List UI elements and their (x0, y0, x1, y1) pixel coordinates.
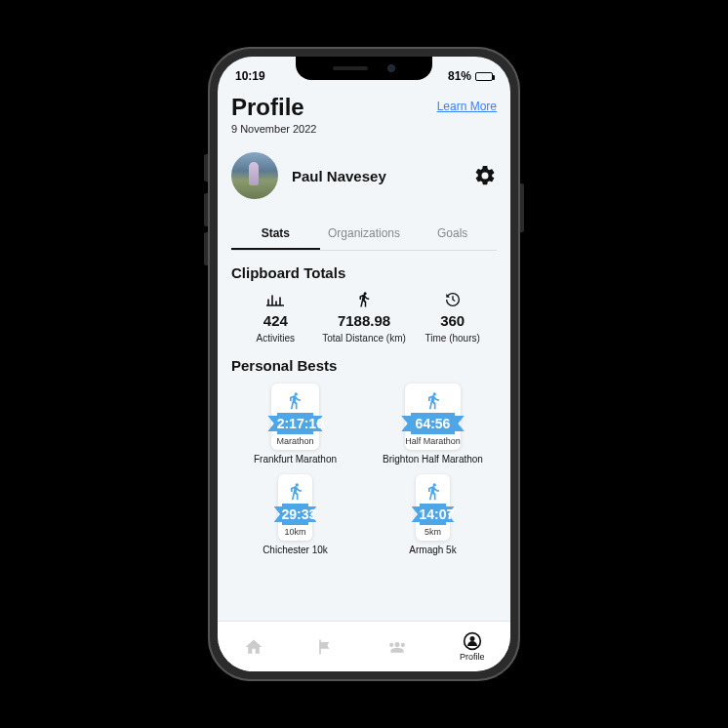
pb-event: Chichester 10k (263, 545, 328, 555)
pb-event: Brighton Half Marathon (383, 454, 483, 465)
avatar[interactable] (231, 152, 278, 199)
tab-stats[interactable]: Stats (231, 219, 320, 250)
runner-icon (285, 482, 306, 502)
nav-home[interactable] (244, 637, 263, 657)
runner-icon (423, 391, 444, 411)
pb-time: 64:56 (411, 413, 454, 434)
phone-frame: 10:19 81% Profile 9 November 2022 Learn … (208, 47, 520, 681)
page-title: Profile (231, 94, 316, 121)
learn-more-link[interactable]: Learn More (437, 100, 497, 113)
svg-point-1 (469, 636, 474, 641)
runner-icon (284, 391, 305, 411)
nav-events[interactable] (315, 637, 335, 657)
pb-category: 10km (284, 527, 305, 537)
total-activities: 424 Activities (231, 291, 320, 344)
notch (296, 57, 432, 80)
home-icon (244, 637, 263, 657)
gear-icon (473, 164, 497, 187)
clipboard-totals-title: Clipboard Totals (231, 264, 497, 281)
totals-row: 424 Activities 7188.98 Total Distance (k… (231, 291, 497, 344)
pb-time: 2:17:16 (277, 413, 314, 434)
pb-event: Frankfurt Marathon (254, 454, 337, 465)
people-icon (386, 637, 408, 657)
screen: 10:19 81% Profile 9 November 2022 Learn … (218, 57, 510, 671)
bar-chart-icon (266, 291, 284, 308)
total-time: 360 Time (hours) (408, 291, 497, 344)
profile-icon (463, 631, 482, 651)
page-date: 9 November 2022 (231, 123, 316, 135)
user-name: Paul Navesey (292, 168, 386, 184)
tab-goals[interactable]: Goals (408, 219, 497, 250)
personal-bests-title: Personal Bests (231, 357, 497, 374)
clock-history-icon (444, 291, 462, 308)
runner-icon (354, 291, 374, 308)
runner-icon (423, 482, 444, 502)
pb-time: 14:07 (420, 504, 447, 525)
total-distance: 7188.98 Total Distance (km) (320, 291, 409, 344)
pb-category: Half Marathon (405, 436, 461, 446)
battery-icon (475, 72, 493, 81)
pb-category: Marathon (276, 436, 313, 446)
status-time: 10:19 (235, 69, 265, 83)
pb-card-10km[interactable]: 29:33 10km (278, 474, 313, 541)
pb-card-half-marathon[interactable]: 64:56 Half Marathon (405, 384, 461, 450)
pb-card-5km[interactable]: 14:07 5km (416, 474, 451, 541)
pb-event: Armagh 5k (409, 545, 456, 555)
tab-organizations[interactable]: Organizations (320, 219, 409, 250)
settings-button[interactable] (473, 164, 497, 187)
status-battery-text: 81% (448, 69, 471, 83)
nav-community[interactable] (386, 637, 408, 657)
nav-profile-label: Profile (460, 652, 485, 662)
pb-time: 29:33 (282, 504, 309, 525)
pb-category: 5km (425, 527, 441, 537)
pb-grid: 2:17:16 Marathon Frankfurt Marathon 64:5… (231, 384, 497, 555)
pb-card-marathon[interactable]: 2:17:16 Marathon (271, 384, 318, 450)
nav-profile[interactable]: Profile (460, 631, 485, 662)
bottom-nav: Profile (218, 621, 510, 671)
tabs: Stats Organizations Goals (231, 219, 497, 251)
flag-icon (315, 637, 335, 657)
